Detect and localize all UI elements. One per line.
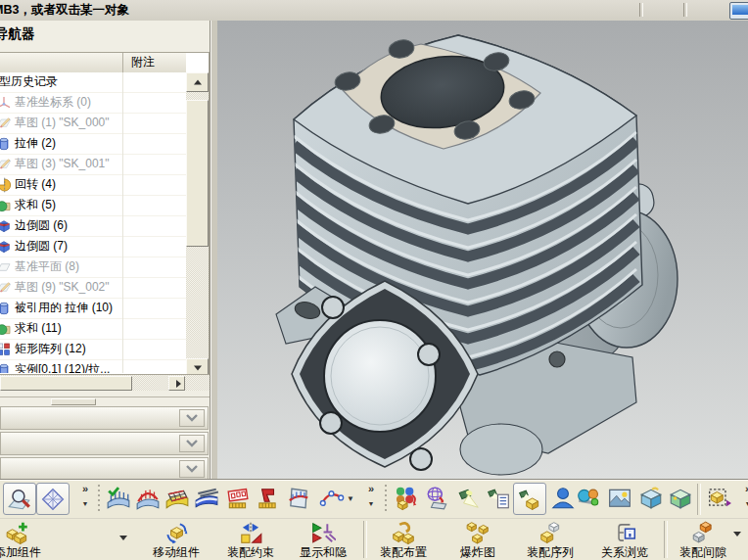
prompt-bar: MB3，或者双击某一对象 (0, 0, 748, 22)
collapsed-panel-1[interactable] (0, 406, 209, 430)
toolbar-separator (697, 484, 701, 515)
light-cube-button[interactable] (513, 483, 546, 515)
comb-analysis-button[interactable] (133, 485, 163, 514)
graphics-viewport[interactable] (217, 21, 748, 480)
tree-item[interactable]: 求和 (5) (0, 196, 186, 216)
grid-reflection-icon (164, 486, 190, 511)
spotlight-button[interactable] (454, 485, 484, 514)
add-component-icon (5, 520, 30, 545)
expand-button[interactable] (179, 435, 205, 452)
stripe-reflection-button[interactable] (192, 485, 221, 514)
scroll-up-button[interactable] (186, 72, 209, 92)
dropdown-arrow[interactable]: ▼ (347, 494, 358, 504)
curve-comb-button[interactable] (317, 485, 347, 514)
wireframe-render-icon (425, 486, 450, 511)
tree-item[interactable]: 回转 (4) (0, 175, 186, 196)
tree-item[interactable]: 基准坐标系 (0) (0, 93, 186, 114)
tree-item[interactable]: 实例[0,1] (12)/拉... (0, 360, 186, 373)
tree-item[interactable]: 矩形阵列 (12) (0, 340, 186, 360)
vertical-scrollbar[interactable] (186, 72, 209, 378)
exploded-view-button[interactable]: 爆炸图 (444, 519, 511, 560)
tree-item[interactable]: 草图 (1) "SK_000" (0, 114, 186, 134)
tree-item[interactable]: 草图 (9) "SK_002" (0, 278, 186, 299)
visual-box-button[interactable] (666, 485, 695, 514)
toolbar-separator (97, 485, 100, 514)
section-wireframe-button[interactable] (36, 483, 70, 515)
add-component-icon (5, 520, 30, 545)
clearance-icon (690, 520, 716, 545)
toolbar-overflow-button[interactable]: »▼ (364, 483, 378, 516)
toolbar-overflow-button[interactable]: »▼ (741, 483, 748, 516)
toolbar-button-label: 爆炸图 (444, 545, 511, 559)
move-component-button[interactable]: 移动组件 (143, 519, 210, 560)
add-component-button[interactable]: 添加组件 (0, 519, 51, 560)
material-spheres-icon (576, 486, 601, 511)
comb-check-button[interactable] (104, 485, 133, 514)
render-balls-button[interactable] (392, 485, 421, 514)
section-wireframe-icon (40, 487, 66, 512)
toolbar-overflow-button[interactable]: »▼ (78, 483, 92, 516)
navigator-title: 导航器 (0, 25, 35, 43)
grid-reflection-button[interactable] (163, 485, 192, 514)
material-spheres-button[interactable] (574, 485, 603, 514)
prompt-bar-separator (683, 3, 687, 17)
array-icon (0, 342, 12, 357)
tree-item[interactable]: 求和 (11) (0, 319, 186, 340)
extrude-icon (0, 136, 12, 152)
tree-item-label: 回转 (4) (15, 175, 56, 194)
horizontal-scrollbar[interactable] (0, 374, 210, 391)
blend-icon (0, 239, 12, 255)
panel-splitter[interactable] (0, 397, 210, 404)
scroll-right-button[interactable] (168, 376, 185, 391)
3d-model[interactable] (217, 21, 748, 480)
section-plane-button[interactable] (284, 485, 313, 514)
gauge-button[interactable] (223, 485, 253, 514)
clearance-button[interactable]: 装配间隙 (670, 519, 736, 560)
assembly-constraints-icon (238, 520, 263, 545)
tree-item[interactable]: 模型历史记录 (0, 72, 186, 93)
assembly-constraints-button[interactable]: 装配约束 (217, 519, 284, 560)
light-list-button[interactable] (484, 485, 513, 514)
relations-browser-icon (612, 520, 637, 545)
chevron-down-icon (180, 461, 204, 477)
examine-geometry-button[interactable] (3, 483, 36, 515)
sequence-button[interactable]: 装配序列 (517, 519, 584, 560)
tree-item[interactable]: 草图 (3) "SK_001" (0, 155, 186, 175)
splitter-grip[interactable] (51, 398, 96, 405)
sequence-icon (538, 520, 563, 545)
relations-browser-button[interactable]: 关系浏览 (591, 519, 658, 560)
clip-section-button[interactable] (705, 485, 734, 514)
csys-icon (0, 95, 12, 111)
collapsed-panel-2[interactable] (0, 432, 209, 455)
collapsed-panel-3[interactable] (0, 457, 209, 480)
tree-item[interactable]: 基准平面 (8) (0, 257, 186, 278)
move-component-icon (164, 520, 189, 545)
texture-box-button[interactable] (636, 485, 666, 514)
tree-item[interactable]: 边倒圆 (7) (0, 237, 186, 257)
show-hide-button[interactable]: 显示和隐 (290, 519, 356, 560)
expand-button[interactable] (179, 409, 205, 427)
datum-plane-icon (0, 259, 12, 275)
window-icon[interactable] (729, 2, 748, 20)
show-hide-icon (310, 520, 336, 545)
expand-button[interactable] (179, 460, 205, 478)
blend-icon (0, 239, 12, 255)
clearance-icon (690, 520, 716, 545)
unite-icon (0, 321, 12, 337)
tree-item[interactable]: 拉伸 (2) (0, 134, 186, 155)
tree-item-label: 实例[0,1] (12)/拉... (15, 360, 110, 373)
tree-item[interactable]: 边倒圆 (6) (0, 216, 186, 237)
column-divider (122, 72, 123, 373)
scroll-thumb[interactable] (0, 376, 132, 391)
tree-item[interactable]: 被引用的 拉伸 (10) (0, 299, 186, 319)
up-arrow-icon (194, 80, 202, 85)
scroll-thumb[interactable] (186, 100, 209, 247)
arrangements-button[interactable]: 装配布置 (370, 519, 437, 560)
wireframe-render-button[interactable] (423, 485, 452, 514)
scene-image-button[interactable] (605, 485, 634, 514)
revolve-icon (0, 177, 12, 193)
thickness-gauge-button[interactable] (253, 485, 282, 514)
right-arrow-icon (176, 380, 181, 388)
gauge-icon (225, 486, 251, 511)
add-component-dropdown-arrow[interactable] (119, 536, 127, 540)
